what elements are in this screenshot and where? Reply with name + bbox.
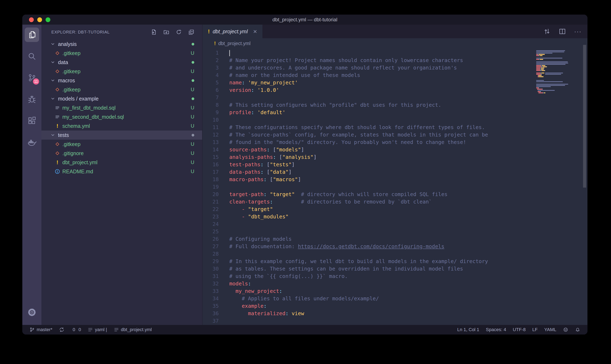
new-folder-icon[interactable] <box>163 29 169 35</box>
tree-item-label: dbt_project.yml <box>62 159 97 166</box>
code-line-28[interactable] <box>229 250 587 258</box>
code-line-22[interactable]: - "target" <box>229 206 587 213</box>
new-file-icon[interactable] <box>151 29 157 35</box>
code-line-2[interactable]: # Name your project! Project names shoul… <box>229 57 587 64</box>
tab-close-icon[interactable]: × <box>253 28 257 35</box>
folder-modified-dot <box>192 43 194 46</box>
code-line-36[interactable]: materialized: view <box>229 310 587 317</box>
code-line-34[interactable]: # Applies to all files under models/exam… <box>229 295 587 302</box>
code-line-3[interactable]: # and underscores. A good package name s… <box>229 64 587 72</box>
code-line-10[interactable] <box>229 116 587 124</box>
encoding-status[interactable]: UTF-8 <box>513 327 526 332</box>
code-line-13[interactable]: # found in the "models/" directory. You … <box>229 139 587 146</box>
tree-file-my-first-dbt-model-sql[interactable]: my_first_dbt_model.sqlU <box>42 103 202 112</box>
tree-file-gitignore[interactable]: .gitignoreU <box>42 149 202 158</box>
code-line-21[interactable]: clean-targets: # directories to be remov… <box>229 198 587 206</box>
code-line-8[interactable]: # This setting configures which "profile… <box>229 101 587 109</box>
code-line-1[interactable] <box>229 49 587 57</box>
line-number: 6 <box>203 86 219 94</box>
tree-file-gitkeep[interactable]: .gitkeepU <box>42 85 202 94</box>
tree-folder-analysis[interactable]: analysis <box>42 39 202 49</box>
code-area[interactable]: # Name your project! Project names shoul… <box>229 49 587 325</box>
tree-folder-macros[interactable]: macros <box>42 76 202 85</box>
minimap-line <box>536 73 570 73</box>
tree-file-gitkeep[interactable]: .gitkeepU <box>42 140 202 149</box>
minimap-line <box>536 68 570 68</box>
minimap[interactable] <box>536 49 570 95</box>
minimize-window-button[interactable] <box>37 17 42 22</box>
tree-folder-tests[interactable]: tests <box>42 130 202 140</box>
code-line-33[interactable]: my_new_project: <box>229 287 587 295</box>
code-line-23[interactable]: - "dbt_modules" <box>229 213 587 221</box>
more-actions-icon[interactable]: ··· <box>574 28 582 35</box>
editor-scrollbar[interactable] <box>583 45 586 188</box>
tree-folder-data[interactable]: data <box>42 58 202 67</box>
code-line-5[interactable]: name: 'my_new_project' <box>229 79 587 86</box>
minimap-line <box>536 71 570 72</box>
settings-gear-icon[interactable] <box>25 305 39 320</box>
tree-file-readme-md[interactable]: README.mdU <box>42 167 202 176</box>
active-file-status[interactable]: dbt_project.yml <box>114 327 152 332</box>
line-number: 33 <box>203 287 219 295</box>
code-line-18[interactable]: macro-paths: ["macros"] <box>229 176 587 183</box>
code-line-29[interactable]: # In this example config, we tell dbt to… <box>229 258 587 265</box>
indentation-status[interactable]: Spaces: 4 <box>486 327 506 332</box>
collapse-all-icon[interactable] <box>188 29 194 35</box>
code-line-4[interactable]: # name or the intended use of these mode… <box>229 72 587 79</box>
minimap-line <box>536 91 570 92</box>
source-control-icon[interactable]: 11 <box>25 71 39 85</box>
split-editor-icon[interactable] <box>559 28 566 35</box>
search-icon[interactable] <box>25 49 39 64</box>
tree-folder-models-example[interactable]: models / example <box>42 94 202 103</box>
code-line-19[interactable] <box>229 183 587 191</box>
code-line-6[interactable]: version: '1.0.0' <box>229 86 587 94</box>
code-line-20[interactable]: target-path: "target" # directory which … <box>229 191 587 198</box>
notifications-bell-icon[interactable] <box>575 327 580 332</box>
breadcrumb[interactable]: ! dbt_project.yml <box>203 38 587 49</box>
code-line-31[interactable]: # using the `{{ config(...) }}` macro. <box>229 273 587 280</box>
cursor-position[interactable]: Ln 1, Col 1 <box>457 327 479 332</box>
code-line-12[interactable]: # The `source-paths` config, for example… <box>229 131 587 139</box>
titlebar[interactable]: dbt_project.yml — dbt-tutorial <box>22 15 587 25</box>
tree-item-label: .gitkeep <box>62 68 81 75</box>
tree-file-gitkeep[interactable]: .gitkeepU <box>42 49 202 58</box>
extensions-icon[interactable] <box>25 114 39 128</box>
eol-status[interactable]: LF <box>532 327 538 332</box>
tree-file-my-second-dbt-model-sql[interactable]: my_second_dbt_model.sqlU <box>42 112 202 121</box>
code-line-26[interactable]: # Configuring models <box>229 235 587 243</box>
sync-status[interactable] <box>59 327 64 332</box>
problems-status[interactable]: 0 0 <box>71 327 81 332</box>
zoom-window-button[interactable] <box>46 17 50 22</box>
tree-file-dbt-project-yml[interactable]: !dbt_project.ymlU <box>42 158 202 167</box>
code-line-17[interactable]: data-paths: ["data"] <box>229 168 587 176</box>
code-line-27[interactable]: # Full documentation: https://docs.getdb… <box>229 243 587 250</box>
yaml-mode-status[interactable]: yaml | <box>88 327 107 332</box>
code-line-11[interactable]: # These configurations specify where dbt… <box>229 124 587 131</box>
feedback-smiley-icon[interactable] <box>563 327 568 332</box>
code-line-14[interactable]: source-paths: ["models"] <box>229 146 587 154</box>
code-line-32[interactable]: models: <box>229 280 587 287</box>
tab-dbt-project-yml[interactable]: ! dbt_project.yml × <box>203 25 263 38</box>
code-line-35[interactable]: example: <box>229 302 587 310</box>
code-line-16[interactable]: test-paths: ["tests"] <box>229 161 587 168</box>
debug-icon[interactable] <box>25 92 39 106</box>
explorer-icon[interactable] <box>25 27 39 42</box>
language-status[interactable]: YAML <box>544 327 556 332</box>
code-line-24[interactable] <box>229 221 587 228</box>
editor-content[interactable]: 1234567891011121314151617181920212223242… <box>203 49 587 325</box>
tree-file-schema-yml[interactable]: !schema.ymlU <box>42 121 202 130</box>
code-line-7[interactable] <box>229 94 587 101</box>
open-changes-icon[interactable] <box>543 28 551 35</box>
code-line-25[interactable] <box>229 228 587 235</box>
refresh-icon[interactable] <box>176 29 182 35</box>
branch-status[interactable]: master* <box>29 327 52 332</box>
code-line-15[interactable]: analysis-paths: ["analysis"] <box>229 154 587 161</box>
folder-modified-dot <box>192 97 194 100</box>
close-window-button[interactable] <box>29 17 34 22</box>
tree-file-gitkeep[interactable]: .gitkeepU <box>42 67 202 76</box>
code-line-30[interactable]: # as tables. These settings can be overr… <box>229 265 587 273</box>
docker-icon[interactable] <box>25 135 39 150</box>
code-line-9[interactable]: profile: 'default' <box>229 109 587 116</box>
code-line-37[interactable] <box>229 317 587 325</box>
line-number: 17 <box>203 168 219 176</box>
